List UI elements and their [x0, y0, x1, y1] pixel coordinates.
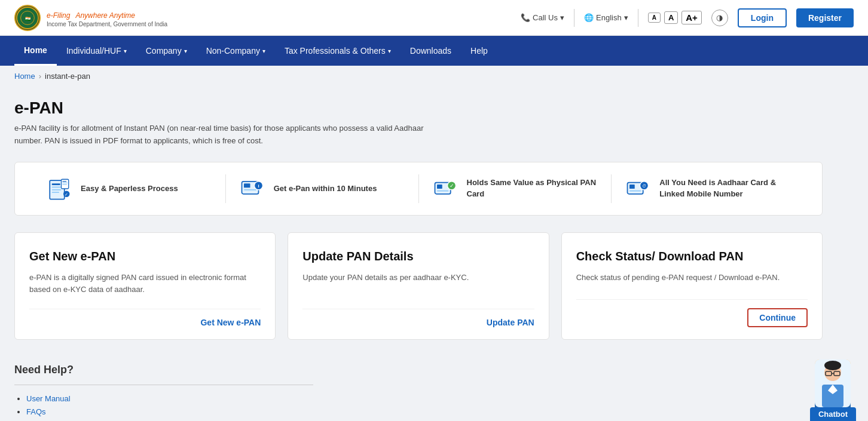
faqs-link[interactable]: FAQs	[26, 407, 46, 416]
font-small-button[interactable]: A	[648, 13, 661, 23]
svg-rect-15	[244, 183, 250, 188]
svg-rect-11	[62, 184, 67, 185]
breadcrumb: Home › instant-e-pan	[0, 66, 868, 87]
update-pan-desc: Update your PAN details as per aadhaar e…	[302, 272, 534, 297]
chevron-down-icon: ▾	[388, 48, 391, 54]
nav-downloads-label: Downloads	[410, 46, 451, 56]
nav-downloads[interactable]: Downloads	[401, 36, 461, 66]
main-navigation: Home Individual/HUF ▾ Company ▾ Non-Comp…	[0, 36, 868, 66]
nav-non-company[interactable]: Non-Company ▾	[197, 36, 275, 66]
fast-icon: i	[238, 174, 267, 203]
need-help-title: Need Help?	[14, 364, 823, 376]
nav-individual-label: Individual/HUF	[66, 46, 121, 56]
call-us-button[interactable]: 📞 Call Us ▾	[521, 13, 564, 22]
svg-rect-10	[62, 182, 68, 183]
chevron-down-icon: ▾	[624, 13, 628, 22]
main-content: e-PAN e-PAN facility is for allotment of…	[0, 87, 837, 421]
features-strip: ✓ Easy & Paperless Process i Get e-Pan w…	[14, 162, 823, 216]
check-status-link-row: Continue	[576, 299, 808, 327]
feature-paperless: ✓ Easy & Paperless Process	[33, 174, 226, 203]
logo-main: e-Filing	[47, 11, 70, 20]
chevron-down-icon: ▾	[560, 13, 564, 22]
check-status-desc: Check status of pending e-PAN request / …	[576, 272, 808, 287]
update-pan-link-row: Update PAN	[302, 309, 534, 327]
breadcrumb-home-link[interactable]: Home	[14, 72, 35, 81]
svg-text:i: i	[258, 183, 259, 189]
nav-individual-huf[interactable]: Individual/HUF ▾	[57, 36, 136, 66]
chatbot-label[interactable]: Chatbot	[810, 407, 856, 421]
get-new-epan-desc: e-PAN is a digitally signed PAN card iss…	[29, 272, 261, 297]
feature-aadhaar: ⏱ All You Need is Aadhaar Card & Linked …	[612, 174, 804, 203]
feature-paperless-text: Easy & Paperless Process	[81, 183, 178, 194]
divider	[574, 9, 574, 27]
need-help-section: Need Help? User Manual FAQs	[14, 364, 823, 416]
header-utilities: 📞 Call Us ▾ 🌐 English ▾ A A A+ ◑	[521, 9, 728, 27]
feature-fast-text: Get e-Pan within 10 Minutes	[274, 183, 377, 194]
svg-rect-25	[629, 185, 635, 189]
update-pan-link[interactable]: Update PAN	[487, 318, 534, 327]
header: 🇮🇳 e-Filing Anywhere Anytime Income Tax …	[0, 0, 868, 36]
nav-help-label: Help	[470, 46, 488, 56]
chevron-down-icon: ▾	[124, 48, 127, 54]
update-pan-card: Update PAN Details Update your PAN detai…	[288, 232, 549, 340]
chatbot-avatar	[815, 359, 851, 407]
help-links-list: User Manual FAQs	[14, 394, 823, 416]
page-title: e-PAN	[14, 99, 823, 118]
logo-tagline: Anywhere Anytime	[75, 11, 135, 20]
svg-rect-21	[437, 190, 448, 191]
svg-text:✓: ✓	[65, 192, 68, 196]
logo-text: e-Filing Anywhere Anytime Income Tax Dep…	[47, 8, 167, 27]
svg-rect-5	[52, 186, 63, 188]
get-new-epan-link-row: Get New e-PAN	[29, 309, 261, 327]
feature-value: ✓ Holds Same Value as Physical PAN Card	[419, 174, 612, 203]
logo-title: e-Filing Anywhere Anytime	[47, 8, 167, 21]
svg-rect-7	[52, 192, 59, 193]
logo-subtitle: Income Tax Department, Government of Ind…	[47, 21, 167, 27]
get-new-epan-link[interactable]: Get New e-PAN	[200, 318, 261, 327]
nav-non-company-label: Non-Company	[206, 46, 260, 56]
contrast-toggle[interactable]: ◑	[711, 10, 728, 26]
nav-company-label: Company	[146, 46, 182, 56]
nav-tax-professionals[interactable]: Tax Professionals & Others ▾	[275, 36, 401, 66]
nav-tax-prof-label: Tax Professionals & Others	[285, 46, 386, 56]
language-selector[interactable]: 🌐 English ▾	[584, 13, 628, 22]
font-medium-button[interactable]: A	[664, 11, 678, 24]
login-button[interactable]: Login	[738, 8, 787, 27]
svg-rect-4	[52, 183, 60, 185]
breadcrumb-current: instant-e-pan	[45, 72, 90, 81]
continue-button[interactable]: Continue	[747, 308, 808, 327]
language-label: English	[596, 13, 622, 22]
nav-home[interactable]: Home	[14, 36, 57, 66]
svg-text:✓: ✓	[449, 183, 454, 189]
logo-area: 🇮🇳 e-Filing Anywhere Anytime Income Tax …	[14, 5, 167, 31]
svg-rect-16	[244, 189, 256, 190]
chevron-down-icon: ▾	[262, 48, 265, 54]
svg-text:⏱: ⏱	[642, 184, 646, 188]
check-status-card: Check Status/ Download PAN Check status …	[561, 232, 823, 340]
user-manual-link[interactable]: User Manual	[26, 394, 71, 403]
contrast-icon: ◑	[716, 13, 723, 22]
value-icon: ✓	[431, 174, 460, 203]
get-new-epan-title: Get New e-PAN	[29, 250, 261, 263]
header-right: 📞 Call Us ▾ 🌐 English ▾ A A A+ ◑ Login R…	[521, 8, 854, 27]
list-item: FAQs	[26, 407, 823, 416]
government-emblem: 🇮🇳	[14, 5, 41, 31]
chevron-down-icon: ▾	[184, 48, 187, 54]
svg-rect-9	[62, 180, 66, 181]
divider	[638, 9, 638, 27]
feature-value-text: Holds Same Value as Physical PAN Card	[467, 177, 600, 199]
svg-point-31	[824, 361, 841, 370]
nav-home-label: Home	[24, 45, 47, 55]
font-large-button[interactable]: A+	[681, 11, 702, 24]
page-description: e-PAN facility is for allotment of Insta…	[14, 122, 433, 147]
register-button[interactable]: Register	[796, 8, 854, 27]
update-pan-title: Update PAN Details	[302, 250, 534, 263]
cards-row: Get New e-PAN e-PAN is a digitally signe…	[14, 232, 823, 340]
nav-help[interactable]: Help	[461, 36, 497, 66]
nav-company[interactable]: Company ▾	[136, 36, 197, 66]
breadcrumb-separator: ›	[39, 72, 41, 81]
check-status-title: Check Status/ Download PAN	[576, 250, 808, 263]
get-new-epan-card: Get New e-PAN e-PAN is a digitally signe…	[14, 232, 276, 340]
feature-aadhaar-text: All You Need is Aadhaar Card & Linked Mo…	[659, 177, 792, 199]
chatbot-widget[interactable]: Chatbot	[810, 359, 856, 421]
